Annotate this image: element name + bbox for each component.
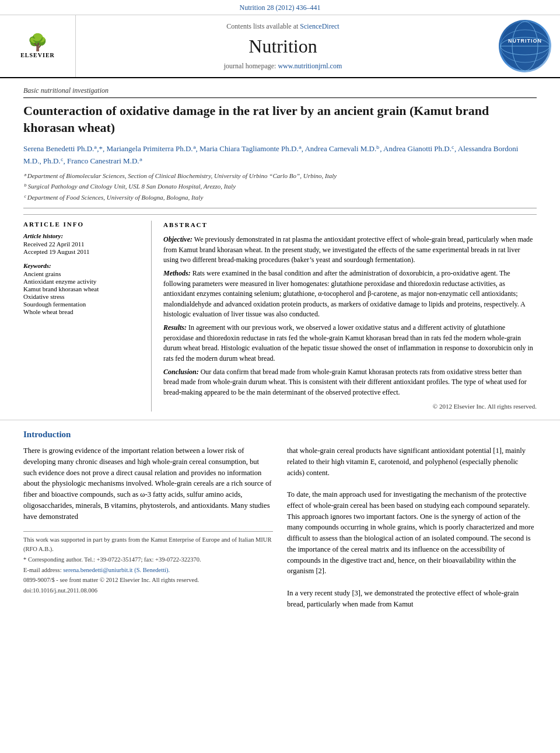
footnote-corresponding: * Corresponding author. Tel.: +39-0722-3… [23, 555, 273, 564]
keywords-section: Keywords: Ancient grains Antioxidant enz… [23, 262, 139, 315]
elsevier-brand-text: ELSEVIER [20, 52, 55, 58]
affil-c: ᶜ Department of Food Sciences, Universit… [23, 193, 537, 203]
methods-body: Rats were examined in the basal conditio… [163, 269, 525, 318]
abstract-methods: Methods: Rats were examined in the basal… [163, 269, 537, 319]
intro-two-col: There is growing evidence of the importa… [23, 445, 537, 609]
elsevier-tree-icon: 🌳 [27, 34, 48, 51]
svg-text:NUTRITION: NUTRITION [508, 38, 542, 44]
abstract-methods-text: Methods: Rats were examined in the basal… [163, 269, 525, 318]
introduction-section: Introduction There is growing evidence o… [0, 420, 560, 609]
keyword-5: Whole wheat bread [23, 308, 139, 315]
results-label: Results: [163, 323, 187, 332]
journal-title: Nutrition [249, 36, 317, 57]
keyword-1: Antioxidant enzyme activity [23, 278, 139, 285]
globe-svg: NUTRITION [499, 20, 551, 72]
footnote-area: This work was supported in part by grant… [23, 531, 273, 595]
article-category: Basic nutritional investigation [23, 86, 537, 98]
objective-label: Objective: [163, 235, 192, 243]
article-title: Counteraction of oxidative damage in the… [23, 103, 537, 136]
homepage-label: journal homepage: [224, 62, 276, 70]
affiliations: ᵃ Department of Biomolecular Sciences, S… [23, 171, 537, 203]
email-label: E-mail address: [23, 567, 62, 573]
sciencedirect-link[interactable]: ScienceDirect [300, 22, 339, 30]
page-container: Nutrition 28 (2012) 436–441 🌳 ELSEVIER C… [0, 0, 560, 609]
objective-body: We previously demonstrated in rat plasma… [163, 235, 533, 264]
keyword-3: Oxidative stress [23, 293, 139, 300]
footnote-grant: This work was supported in part by grant… [23, 535, 273, 554]
affil-a: ᵃ Department of Biomolecular Sciences, S… [23, 171, 537, 181]
elsevier-logo: 🌳 ELSEVIER [12, 32, 64, 61]
article-authors: Serena Benedetti Ph.D.ᵃ,*, Mariangela Pr… [23, 143, 537, 168]
intro-left-col: There is growing evidence of the importa… [23, 445, 273, 609]
article-two-col: ARTICLE INFO Article history: Received 2… [23, 214, 537, 412]
methods-label: Methods: [163, 269, 191, 277]
received-date: Received 22 April 2011 [23, 240, 139, 247]
footnote-issn: 0899-9007/$ - see front matter © 2012 El… [23, 576, 273, 585]
intro-left-text: There is growing evidence of the importa… [23, 445, 273, 522]
abstract-results-text: Results: In agreement with our previous … [163, 323, 533, 362]
journal-ref-bar: Nutrition 28 (2012) 436–441 [0, 0, 560, 15]
intro-right-text: that whole-grain cereal products have si… [287, 445, 537, 609]
sciencedirect-line: Contents lists available at ScienceDirec… [226, 22, 339, 31]
nutrition-logo-area: NUTRITION [490, 15, 560, 77]
results-body: In agreement with our previous work, we … [163, 323, 533, 362]
footnote-email-address: serena.benedetti@uniurbit.it (S. Benedet… [63, 567, 170, 573]
abstract-objective-text: Objective: We previously demonstrated in… [163, 235, 533, 264]
abstract-conclusion-text: Conclusion: Our data confirm that bread … [163, 368, 527, 396]
journal-homepage-line: journal homepage: www.nutritionjrnl.com [224, 62, 342, 71]
affil-b: ᵇ Surgical Pathology and Citology Unit, … [23, 182, 537, 191]
article-info-heading: ARTICLE INFO [23, 221, 139, 228]
keyword-0: Ancient grains [23, 270, 139, 277]
article-info-col: ARTICLE INFO Article history: Received 2… [23, 221, 152, 412]
affil-divider [23, 208, 537, 208]
footnote-doi: doi:10.1016/j.nut.2011.08.006 [23, 586, 273, 595]
abstract-objective: Objective: We previously demonstrated in… [163, 235, 537, 265]
abstract-results: Results: In agreement with our previous … [163, 323, 537, 364]
article-content: Basic nutritional investigation Countera… [0, 78, 560, 420]
conclusion-body: Our data confirm that bread made from wh… [163, 368, 527, 396]
history-label: Article history: [23, 232, 139, 239]
keyword-2: Kamut brand khorasan wheat [23, 285, 139, 292]
accepted-date: Accepted 19 August 2011 [23, 248, 139, 255]
contents-label: Contents lists available at [226, 22, 298, 30]
conclusion-label: Conclusion: [163, 368, 199, 376]
journal-ref-text: Nutrition 28 (2012) 436–441 [240, 4, 321, 12]
abstract-col: ABSTRACT Objective: We previously demons… [152, 221, 537, 412]
copyright-line: © 2012 Elsevier Inc. All rights reserved… [163, 402, 537, 412]
footnote-email: E-mail address: serena.benedetti@uniurbi… [23, 566, 273, 575]
homepage-url[interactable]: www.nutritionjrnl.com [278, 62, 342, 70]
keywords-label: Keywords: [23, 262, 139, 269]
nutrition-globe-icon: NUTRITION [499, 20, 551, 72]
keyword-4: Sourdough fermentation [23, 301, 139, 308]
journal-header: 🌳 ELSEVIER Contents lists available at S… [0, 15, 560, 78]
introduction-title: Introduction [23, 430, 537, 440]
elsevier-logo-area: 🌳 ELSEVIER [0, 15, 76, 77]
journal-header-center: Contents lists available at ScienceDirec… [76, 15, 490, 77]
intro-right-col: that whole-grain cereal products have si… [287, 445, 537, 609]
abstract-heading: ABSTRACT [163, 221, 537, 230]
abstract-conclusion: Conclusion: Our data confirm that bread … [163, 367, 537, 398]
